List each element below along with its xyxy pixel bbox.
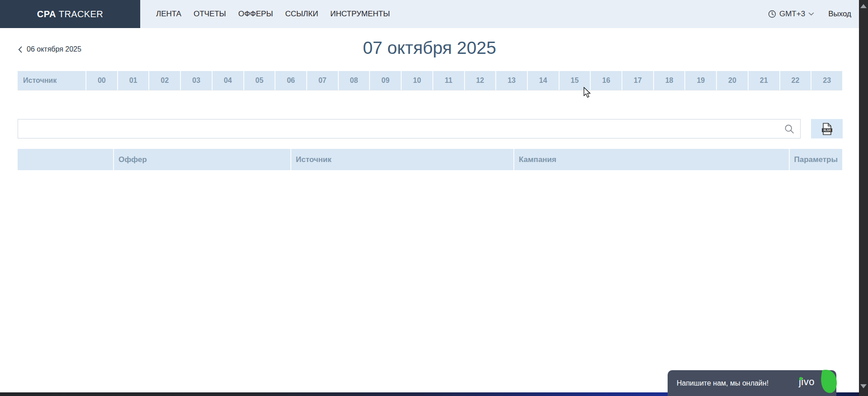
- hour-cell-22: 22: [779, 71, 811, 90]
- hour-cell-21: 21: [748, 71, 779, 90]
- xlsx-file-icon: XLSX: [821, 123, 833, 135]
- hour-cell-06: 06: [275, 71, 306, 90]
- search-icon[interactable]: [784, 124, 794, 134]
- jivo-logo: jivo: [799, 376, 815, 388]
- page-title: 07 октября 2025: [0, 38, 859, 58]
- date-navigation: 06 октября 2025 07 октября 2025: [0, 28, 868, 71]
- hour-cell-17: 17: [621, 71, 653, 90]
- col-offer: Оффер: [113, 149, 290, 170]
- scrollbar-up-arrow[interactable]: [860, 4, 867, 8]
- hour-cell-09: 09: [369, 71, 401, 90]
- jivo-leaf-icon: [821, 369, 838, 394]
- search-box: [18, 119, 801, 138]
- logo-bold-text: CPA: [37, 9, 56, 19]
- hour-cell-23: 23: [811, 71, 842, 90]
- hour-cell-15: 15: [559, 71, 590, 90]
- hour-cell-18: 18: [653, 71, 685, 90]
- hour-cell-07: 07: [306, 71, 338, 90]
- col-params: Параметры: [789, 149, 842, 170]
- navbar-right: GMT+3 Выход: [768, 0, 868, 28]
- xlsx-label: XLSX: [823, 129, 831, 132]
- nav-item-otchety[interactable]: ОТЧЕТЫ: [194, 10, 226, 19]
- chat-widget[interactable]: Напишите нам, мы онлайн! jivo: [668, 370, 836, 396]
- chat-message: Напишите нам, мы онлайн!: [677, 379, 768, 387]
- hour-cell-03: 03: [180, 71, 212, 90]
- hour-cell-19: 19: [684, 71, 716, 90]
- hour-cell-13: 13: [495, 71, 527, 90]
- nav-item-offery[interactable]: ОФФЕРЫ: [238, 10, 273, 19]
- clock-icon: [768, 10, 776, 18]
- chevron-down-icon: [808, 12, 814, 16]
- nav-item-instrumenty[interactable]: ИНСТРУМЕНТЫ: [330, 10, 390, 19]
- app-screen: CPA TRACKER ЛЕНТАОТЧЕТЫОФФЕРЫССЫЛКИИНСТР…: [0, 0, 868, 170]
- logout-link[interactable]: Выход: [828, 10, 851, 19]
- timezone-label: GMT+3: [779, 10, 805, 19]
- hour-cell-11: 11: [432, 71, 464, 90]
- hour-cell-02: 02: [148, 71, 180, 90]
- main-menu: ЛЕНТАОТЧЕТЫОФФЕРЫССЫЛКИИНСТРУМЕНТЫ: [156, 0, 390, 28]
- hours-header-row: Источник00010203040506070809101112131415…: [18, 71, 842, 91]
- export-xlsx-button[interactable]: XLSX: [811, 119, 843, 138]
- timezone-selector[interactable]: GMT+3: [768, 10, 814, 19]
- top-navbar: CPA TRACKER ЛЕНТАОТЧЕТЫОФФЕРЫССЫЛКИИНСТР…: [0, 0, 868, 28]
- col-source: Источник: [290, 149, 513, 170]
- hour-cell-01: 01: [117, 71, 149, 90]
- search-row: XLSX: [18, 119, 868, 138]
- hour-cell-10: 10: [401, 71, 432, 90]
- nav-item-ssylki[interactable]: ССЫЛКИ: [285, 10, 318, 19]
- hour-cell-05: 05: [243, 71, 275, 90]
- scrollbar[interactable]: [859, 0, 868, 396]
- search-input[interactable]: [18, 119, 800, 138]
- hour-cell-14: 14: [527, 71, 559, 90]
- col-campaign: Кампания: [513, 149, 789, 170]
- hour-cell-16: 16: [590, 71, 621, 90]
- hour-cell-08: 08: [338, 71, 370, 90]
- col-empty: [18, 149, 113, 170]
- hour-cell-20: 20: [716, 71, 748, 90]
- jivo-logo-dot: [799, 377, 802, 380]
- results-table-header: ОфферИсточникКампанияПараметры: [18, 149, 842, 170]
- hour-cell-12: 12: [464, 71, 496, 90]
- hour-cell-00: 00: [85, 71, 117, 90]
- app-logo[interactable]: CPA TRACKER: [0, 0, 140, 28]
- nav-item-lenta[interactable]: ЛЕНТА: [156, 10, 181, 19]
- hours-source-cell: Источник: [18, 71, 85, 90]
- scrollbar-down-arrow[interactable]: [860, 384, 867, 388]
- logo-rest-text: TRACKER: [59, 9, 103, 19]
- hour-cell-04: 04: [212, 71, 243, 90]
